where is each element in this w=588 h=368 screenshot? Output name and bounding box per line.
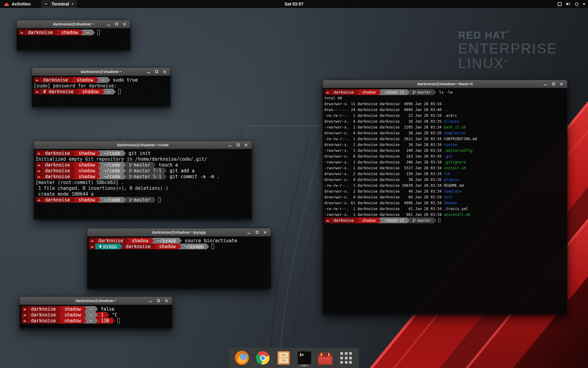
dock-app-grid[interactable] (339, 351, 353, 365)
output-text: drwxrwxr-x. 4 darknoise darknoise 38 Jan… (324, 119, 444, 124)
prompt-separator (73, 174, 75, 179)
redhat-prompt-icon (90, 240, 94, 242)
output-text: drwxrwxr-x. 8 darknoise darknoise 163 Ja… (324, 154, 444, 159)
window-titlebar[interactable]: darknoise@shadow:~/code (34, 141, 252, 149)
app-menu-terminal[interactable]: $> Terminal ▼ (41, 0, 77, 8)
maximize-button[interactable] (112, 20, 120, 28)
minimize-button[interactable] (245, 228, 253, 236)
prompt-hat-cell (36, 197, 42, 203)
window-titlebar[interactable]: darknoise@shadow:~ (20, 297, 172, 305)
output-text: themes (444, 201, 457, 205)
minimize-button[interactable] (146, 297, 154, 305)
volume-icon[interactable] (566, 2, 571, 6)
terminal-body[interactable]: darknoiseshadow~/codegit initInitialized… (34, 149, 252, 220)
maximize-button[interactable] (234, 141, 242, 149)
minimize-button[interactable] (104, 20, 112, 28)
output-text: completion (444, 131, 466, 135)
window-titlebar[interactable]: darknoise@shadow:~/pyapp (87, 228, 271, 236)
maximize-button[interactable] (549, 80, 557, 88)
dock-toolbox[interactable] (318, 351, 333, 365)
prompt-hat-cell (324, 89, 331, 95)
dock-terminal[interactable]: $> (297, 351, 312, 365)
terminal-line: drwxrwxr-x. 4 darknoise darknoise 84 Jan… (324, 194, 567, 200)
minimize-icon (147, 72, 150, 73)
window-icon[interactable] (557, 2, 562, 6)
prompt-segment-path: ~/bash-it (381, 217, 407, 223)
dock-firefox[interactable] (235, 351, 249, 365)
terminal-body[interactable]: darknoiseshadow~/pyappsource bin/activat… (87, 236, 271, 289)
prompt-hat-cell (34, 89, 40, 94)
terminal-line: drwxrwxr-x. 4 darknoise darknoise 38 Jan… (324, 118, 567, 124)
output-text: lib (444, 172, 450, 176)
output-text: custom (444, 143, 457, 147)
prompt-segment-user: darknoise (42, 168, 73, 174)
prompt-segment-git: master (409, 89, 434, 95)
terminal-window-2: darknoise@shadow:~darknoiseshadow~sudo t… (32, 67, 171, 107)
prompt-separator (357, 90, 359, 95)
registered-mark: ® (504, 59, 508, 63)
command-text: false (101, 306, 115, 312)
clock[interactable]: Sat 03:57 (285, 2, 303, 6)
python-venv-icon (98, 245, 102, 248)
prompt-hat-cell (36, 174, 42, 179)
prompt-segment-host: shadow (79, 89, 102, 94)
close-button[interactable] (162, 297, 170, 305)
output-text: .editorconfig (444, 148, 473, 153)
terminal-body[interactable]: darknoiseshadow~/bash-itmasterls -latota… (322, 88, 567, 315)
minimize-button[interactable] (145, 68, 153, 75)
window-title: darknoise@shadow:~/pyapp (152, 230, 206, 235)
dock-chrome[interactable] (255, 351, 270, 365)
close-button[interactable] (557, 80, 565, 88)
output-text: .git (444, 154, 453, 159)
minimize-button[interactable] (226, 141, 234, 149)
chevron-down-icon[interactable] (582, 3, 586, 5)
redhat-prompt-icon (37, 170, 41, 172)
maximize-button[interactable] (253, 228, 261, 236)
maximize-button[interactable] (154, 297, 162, 305)
command-text: ^C (112, 312, 118, 318)
power-icon[interactable] (575, 2, 579, 6)
window-titlebar[interactable]: darknoise@shadow:~/bash-it (322, 80, 567, 88)
prompt-segment-path: ~/code (100, 168, 123, 174)
terminal-line: darknoiseshadow~/codemaster (36, 197, 252, 203)
maximize-button[interactable] (153, 68, 160, 75)
prompt-separator (73, 151, 75, 156)
close-icon (123, 22, 126, 26)
prompt-segment-exit: 1 (98, 312, 107, 318)
redhat-brand-logo: RED HAT® ENTERPRISE LINUX® (458, 29, 557, 71)
terminal-line: drwxrwxr-x. 2 darknoise darknoise 150 Ja… (324, 171, 567, 177)
window-titlebar[interactable]: darknoise@shadow:~ (32, 67, 171, 76)
activities-button[interactable]: Activities (0, 0, 34, 8)
terminal-window-4: darknoise@shadow:~/pyappdarknoiseshadow~… (87, 228, 271, 289)
terminal-body[interactable]: darknoiseshadow~falsedarknoiseshadow~1^C… (20, 305, 172, 329)
close-button[interactable] (120, 20, 128, 28)
terminal-cursor (118, 89, 121, 94)
output-text: uninstall.sh (444, 213, 470, 217)
prompt-separator (434, 90, 436, 95)
prompt-separator (123, 174, 126, 179)
close-button[interactable] (160, 68, 168, 75)
prompt-separator (123, 197, 126, 203)
close-button[interactable] (261, 228, 269, 236)
redhat-prompt-icon (37, 199, 41, 201)
prompt-segment-path: ~/code (100, 174, 123, 179)
prompt-separator (98, 197, 100, 203)
prompt-segment-user: # darknoise (40, 89, 77, 94)
prompt-segment-host: shadow (75, 197, 98, 203)
terminal-line: -rwxrwxr-x. 1 darknoise darknoise 206 Ja… (324, 159, 567, 165)
redhat-prompt-icon (326, 219, 330, 222)
prompt-separator (407, 90, 409, 95)
terminal-body[interactable]: darknoiseshadow~sudo true[sudo] password… (32, 76, 171, 107)
prompt-segment-path: ~/code (100, 162, 123, 168)
prompt-separator (84, 312, 86, 318)
git-branch-icon (413, 218, 416, 223)
output-text: .ackrc (444, 113, 457, 118)
terminal-body[interactable]: darknoiseshadow~ (17, 28, 130, 51)
output-text: -rwxrwxr-x. 1 darknoise darknoise 5327 J… (324, 166, 444, 170)
window-titlebar[interactable]: darknoise@shadow:~ (17, 20, 130, 28)
close-button[interactable] (242, 141, 250, 149)
prompt-segment-user: darknoise (40, 77, 71, 83)
minimize-button[interactable] (541, 80, 549, 88)
terminal-line: darknoiseshadow~/codemaster ?:1git add a (36, 168, 252, 174)
dock-files[interactable] (276, 351, 291, 365)
